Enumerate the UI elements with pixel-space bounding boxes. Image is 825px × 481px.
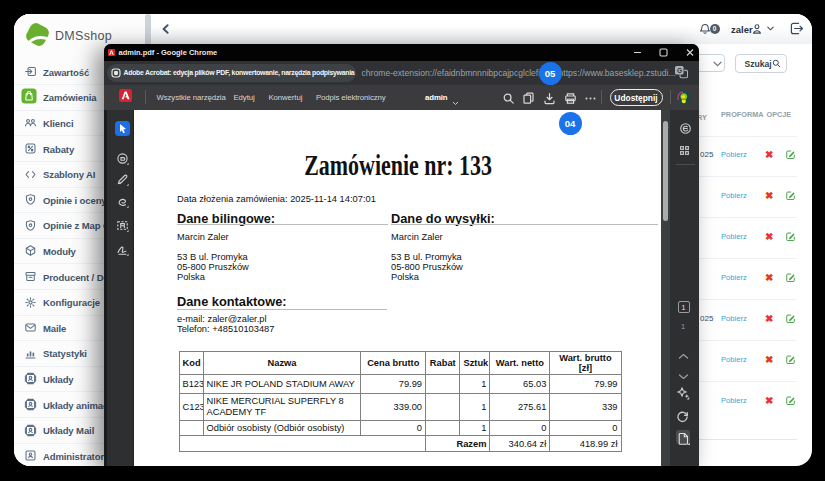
svg-text:G: G (677, 67, 682, 74)
